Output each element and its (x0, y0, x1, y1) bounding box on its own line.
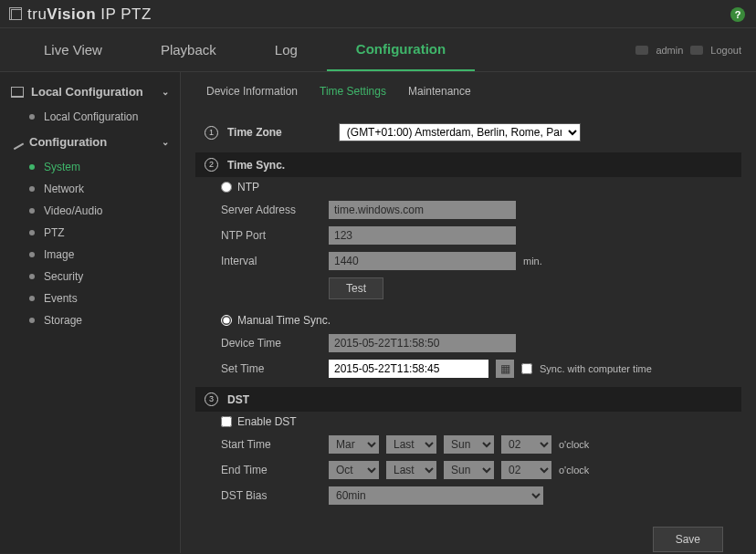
sidebar-item-image[interactable]: Image (0, 244, 180, 266)
time-zone-label: Time Zone (227, 126, 282, 139)
help-icon[interactable]: ? (730, 7, 745, 22)
time-sync-label: Time Sync. (227, 159, 285, 172)
server-address-input[interactable] (329, 201, 516, 219)
tab-device-info[interactable]: Device Information (195, 79, 309, 103)
sidebar-item-security[interactable]: Security (0, 266, 180, 287)
nav-playback[interactable]: Playback (131, 29, 246, 70)
sidebar-item-video-audio[interactable]: Video/Audio (0, 200, 180, 222)
sidebar-group-config[interactable]: Configuration ⌄ (0, 128, 180, 156)
nav-live-view[interactable]: Live View (15, 29, 131, 70)
interval-label: Interval (221, 255, 321, 267)
monitor-icon (11, 87, 24, 98)
brand-text: truVision IP PTZ (27, 5, 152, 24)
dst-bias-select[interactable]: 60min (329, 486, 543, 505)
interval-input[interactable] (329, 252, 516, 270)
brand-icon (11, 9, 22, 20)
ntp-port-label: NTP Port (221, 229, 321, 242)
manual-sync-radio[interactable] (221, 315, 232, 326)
chevron-down-icon: ⌄ (162, 87, 169, 97)
set-time-label: Set Time (221, 362, 321, 375)
user-name: admin (656, 45, 683, 56)
step-1-badge: 1 (205, 126, 218, 140)
main-panel: Device Information Time Settings Mainten… (181, 72, 756, 553)
step-2-badge: 2 (205, 158, 218, 172)
sidebar-group-local[interactable]: Local Configuration ⌄ (0, 78, 180, 106)
sidebar: Local Configuration ⌄ Local Configuratio… (0, 72, 181, 553)
start-month-select[interactable]: Mar (329, 435, 379, 454)
sync-pc-label: Sync. with computer time (540, 363, 652, 374)
sync-pc-checkbox[interactable] (521, 363, 532, 374)
device-time-field (329, 334, 516, 352)
step-3-badge: 3 (205, 392, 218, 406)
logout-icon (690, 46, 703, 55)
dst-bias-label: DST Bias (221, 489, 321, 502)
logout-link[interactable]: Logout (710, 45, 741, 56)
ntp-radio-row[interactable]: NTP (195, 177, 741, 197)
end-hour-select[interactable]: 02 (501, 461, 551, 479)
nav-log[interactable]: Log (246, 29, 327, 70)
manual-sync-radio-row[interactable]: Manual Time Sync. (195, 310, 741, 330)
server-address-label: Server Address (221, 204, 321, 216)
sidebar-item-network[interactable]: Network (0, 178, 180, 200)
wrench-icon (9, 134, 24, 149)
start-hour-select[interactable]: 02 (501, 435, 551, 454)
start-day-select[interactable]: Sun (444, 435, 494, 454)
dst-label: DST (227, 393, 249, 406)
ntp-radio[interactable] (221, 182, 232, 193)
top-nav: Live View Playback Log Configuration adm… (0, 28, 756, 72)
sidebar-group-label: Configuration (29, 135, 107, 149)
start-week-select[interactable]: Last (386, 435, 436, 454)
sidebar-item-events[interactable]: Events (0, 287, 180, 309)
tab-time-settings[interactable]: Time Settings (309, 79, 397, 103)
ntp-label: NTP (237, 181, 259, 193)
save-button[interactable]: Save (653, 527, 723, 552)
test-button[interactable]: Test (329, 277, 383, 299)
end-oclock: o'clock (559, 465, 589, 476)
device-time-label: Device Time (221, 337, 321, 350)
header: truVision IP PTZ ? (0, 0, 756, 28)
section-time-sync: 2 Time Sync. (195, 152, 741, 177)
sidebar-item-local-config[interactable]: Local Configuration (0, 106, 180, 128)
manual-sync-label: Manual Time Sync. (237, 314, 331, 327)
end-week-select[interactable]: Last (386, 461, 436, 479)
tab-maintenance[interactable]: Maintenance (397, 79, 482, 103)
sidebar-item-ptz[interactable]: PTZ (0, 222, 180, 244)
calendar-icon[interactable]: ▦ (496, 360, 514, 378)
sub-tabs: Device Information Time Settings Mainten… (181, 72, 756, 103)
enable-dst-label: Enable DST (237, 415, 297, 428)
user-area: admin Logout (635, 45, 741, 56)
sidebar-item-system[interactable]: System (0, 156, 180, 178)
sidebar-group-label: Local Configuration (31, 85, 143, 99)
section-dst: 3 DST (195, 387, 741, 412)
end-day-select[interactable]: Sun (444, 461, 494, 479)
enable-dst-row[interactable]: Enable DST (195, 412, 741, 432)
chevron-down-icon: ⌄ (162, 137, 169, 147)
end-time-label: End Time (221, 464, 321, 476)
enable-dst-checkbox[interactable] (221, 416, 232, 427)
brand-logo: truVision IP PTZ (11, 5, 152, 24)
start-time-label: Start Time (221, 438, 321, 451)
set-time-input[interactable] (329, 360, 488, 378)
section-time-zone: 1 Time Zone (GMT+01:00) Amsterdam, Berli… (195, 118, 741, 147)
time-zone-select[interactable]: (GMT+01:00) Amsterdam, Berlin, Rome, Par… (339, 123, 581, 141)
end-month-select[interactable]: Oct (329, 461, 379, 479)
ntp-port-input[interactable] (329, 226, 516, 245)
user-icon (635, 46, 648, 55)
nav-configuration[interactable]: Configuration (327, 28, 475, 71)
interval-unit: min. (523, 256, 542, 267)
sidebar-item-storage[interactable]: Storage (0, 309, 180, 331)
start-oclock: o'clock (559, 439, 589, 450)
